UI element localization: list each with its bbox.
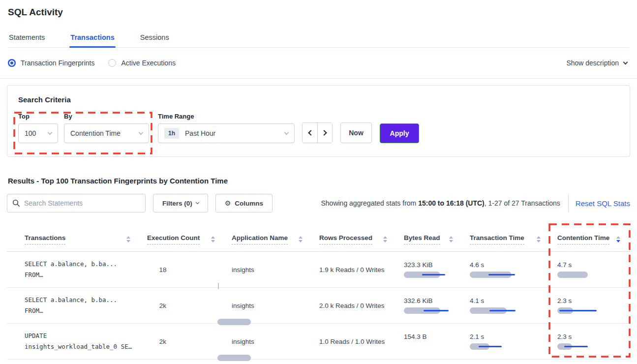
search-criteria-heading: Search Criteria [18,95,619,104]
view-toggle-bar: Transaction Fingerprints Active Executio… [0,48,637,79]
sort-icon[interactable] [383,236,387,243]
columns-button[interactable]: ⚙ Columns [215,194,273,212]
radio-active-executions[interactable]: Active Executions [108,59,176,67]
time-range-field: Time Range 1h Past Hour [158,113,295,143]
execution-count-cell: 2k [140,288,225,323]
view-toggle-group: Transaction Fingerprints Active Executio… [8,59,176,67]
rows-processed-cell: 1.9 k Reads / 0 Writes [312,252,397,287]
columns-label: Columns [235,200,263,207]
tab-bar: Statements Transactions Sessions [8,30,629,48]
header-transaction-time: Transaction Time [463,234,550,244]
table-row[interactable]: UPDATEinsights_workload_table_0 SE… 2k i… [7,324,630,360]
sort-icon[interactable] [537,236,541,243]
search-icon [12,199,20,207]
results-toolbar: Filters (0) ⚙ Columns Showing aggregated… [7,194,630,212]
contention-time-bar [557,272,623,278]
header-execution-count: Execution Count [140,234,225,244]
chevron-down-icon [284,130,289,135]
time-range-select[interactable]: 1h Past Hour [158,123,295,143]
transactions-table: Transactions Execution Count Application… [7,227,630,360]
show-description-toggle[interactable]: Show description [566,59,627,67]
sort-icon[interactable] [211,236,215,243]
show-description-label: Show description [566,59,619,67]
header-application-name: Application Name [225,234,312,244]
chevron-down-icon [623,60,628,64]
contention-time-bar [557,343,623,350]
by-select[interactable]: Contention Time [64,123,149,143]
time-range-label: Time Range [158,113,295,120]
contention-time-cell: 2.3 s [550,288,630,323]
table-row[interactable]: SELECT a.balance, b.ba...FROM… 2k insigh… [7,288,630,324]
filters-label: Filters (0) [162,200,192,207]
sort-icon-active-desc[interactable] [616,236,620,243]
header-contention-time: Contention Time [550,234,630,244]
rows-processed-cell: 1.0 Reads / 1.0 Writes [312,324,397,359]
radio-label: Transaction Fingerprints [21,59,94,67]
chevron-down-icon [196,200,199,204]
contention-time-bar [557,307,623,314]
chevron-down-icon [139,130,144,135]
transaction-fingerprint-link[interactable]: UPDATEinsights_workload_table_0 SE… [7,324,140,359]
apply-button[interactable]: Apply [380,123,419,143]
stats-area: Showing aggregated stats from 15:00 to 1… [321,194,630,212]
chevron-right-icon [321,130,327,135]
filters-button[interactable]: Filters (0) [153,194,208,212]
time-range-value: Past Hour [185,129,215,137]
header-bytes-read: Bytes Read [397,234,463,244]
top-select-value: 100 [25,129,36,137]
page-header: SQL Activity Statements Transactions Ses… [0,0,637,48]
bytes-read-bar [404,307,456,314]
search-criteria-card: Search Criteria Top 100 By Contention Ti… [7,85,630,157]
execution-count-bar [217,355,257,361]
transaction-time-cell: 2.1 s [463,324,550,359]
transaction-time-cell: 4.6 s [463,252,550,287]
execution-count-cell: 18 [140,252,225,287]
transaction-fingerprint-link[interactable]: SELECT a.balance, b.ba...FROM… [7,288,140,323]
sort-icon[interactable] [299,236,303,243]
contention-time-cell: 2.3 s [550,324,630,359]
transaction-fingerprint-link[interactable]: SELECT a.balance, b.ba...FROM… [7,252,140,287]
time-range-badge: 1h [164,128,179,139]
top-select[interactable]: 100 [18,123,58,143]
header-transactions: Transactions [7,234,140,244]
sort-icon[interactable] [449,236,453,243]
contention-time-cell: 4.7 s [550,252,630,287]
tab-statements[interactable]: Statements [8,30,46,47]
now-button[interactable]: Now [340,122,372,143]
by-select-value: Contention Time [70,129,121,137]
sort-icon[interactable] [126,236,130,243]
results-heading: Results - Top 100 Transaction Fingerprin… [8,177,629,185]
gear-icon: ⚙ [225,199,231,207]
application-name-cell: insights [225,252,312,287]
radio-selected-icon[interactable] [8,59,16,67]
search-statements-box[interactable] [7,194,146,212]
top-label: Top [18,113,58,120]
previous-time-button[interactable] [303,123,317,143]
transaction-time-bar [470,307,544,314]
top-field: Top 100 [18,113,58,143]
header-rows-processed: Rows Processed [312,234,397,244]
table-row[interactable]: SELECT a.balance, b.ba...FROM… 18 insigh… [7,252,630,288]
transaction-time-bar [470,343,544,350]
next-time-button[interactable] [317,123,332,143]
transaction-time-cell: 4.1 s [463,288,550,323]
time-step-buttons [302,122,333,143]
tab-transactions[interactable]: Transactions [69,30,115,47]
chevron-down-icon [48,130,53,135]
reset-sql-stats-link[interactable]: Reset SQL Stats [576,199,630,208]
radio-label: Active Executions [121,59,176,67]
bytes-read-cell: 323.3 KiB [397,252,463,287]
radio-transaction-fingerprints[interactable]: Transaction Fingerprints [8,59,94,67]
bytes-read-cell: 332.6 KiB [397,288,463,323]
execution-count-cell: 2k [140,324,225,359]
tab-sessions[interactable]: Sessions [139,30,170,47]
search-statements-input[interactable] [24,199,140,207]
vertical-divider [568,194,569,212]
bytes-read-bar [404,272,456,278]
page-title: SQL Activity [8,7,629,18]
search-criteria-controls: Top 100 By Contention Time Time Range 1h… [18,113,619,143]
table-header-row: Transactions Execution Count Application… [7,227,630,252]
application-name-cell: insights [225,324,312,359]
transaction-time-bar [470,272,544,278]
radio-unselected-icon[interactable] [108,59,116,67]
